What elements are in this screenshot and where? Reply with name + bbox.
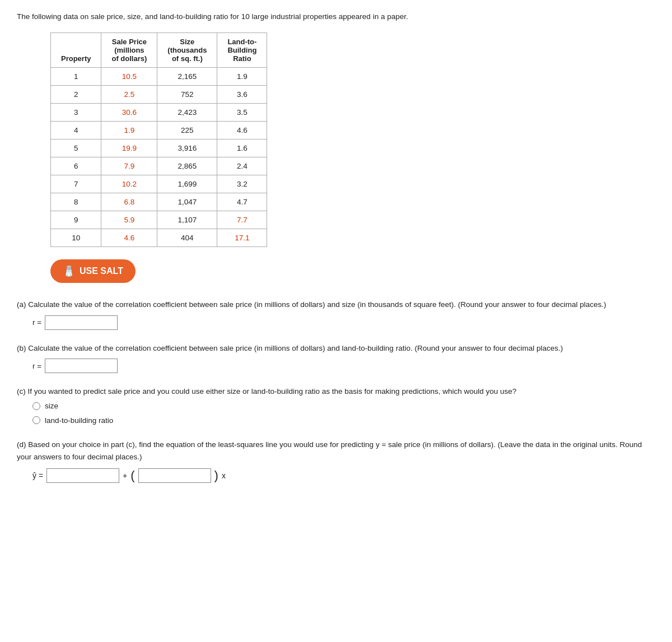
cell-size: 225 — [157, 122, 217, 139]
section-b-label: (b) — [17, 344, 26, 352]
cell-ratio: 3.5 — [217, 104, 267, 122]
section-d-label: (d) — [17, 440, 26, 449]
section-b-text: Calculate the value of the correlation c… — [28, 344, 563, 352]
data-table-wrapper: Property Sale Price(millionsof dollars) … — [50, 32, 655, 247]
open-paren: ( — [130, 469, 134, 482]
radio-ratio[interactable] — [32, 416, 40, 424]
cell-ratio: 4.6 — [217, 122, 267, 139]
r-label-b: r = — [32, 360, 41, 373]
table-row: 22.57523.6 — [51, 86, 267, 104]
section-c-text: If you wanted to predict sale price and … — [28, 387, 517, 396]
section-d: (d) Based on your choice in part (c), fi… — [17, 439, 655, 483]
cell-size: 404 — [157, 229, 217, 247]
cell-sale-price: 5.9 — [101, 211, 157, 229]
cell-property: 8 — [51, 193, 101, 211]
col-header-sale-price: Sale Price(millionsof dollars) — [101, 33, 157, 68]
cell-ratio: 3.6 — [217, 86, 267, 104]
radio-group-c: size land-to-building ratio — [32, 400, 655, 426]
close-paren: ) — [214, 469, 218, 482]
r-label-a: r = — [32, 317, 41, 329]
x-label: x — [222, 469, 226, 482]
cell-ratio: 1.6 — [217, 139, 267, 157]
cell-property: 5 — [51, 139, 101, 157]
radio-row-size: size — [32, 400, 655, 412]
section-a-label: (a) — [17, 300, 26, 309]
table-row: 519.93,9161.6 — [51, 139, 267, 157]
yhat-input-slope[interactable] — [138, 468, 211, 483]
cell-sale-price: 4.6 — [101, 229, 157, 247]
radio-row-ratio: land-to-building ratio — [32, 415, 655, 427]
cell-property: 6 — [51, 157, 101, 175]
cell-sale-price: 2.5 — [101, 86, 157, 104]
table-row: 41.92254.6 — [51, 122, 267, 139]
cell-size: 752 — [157, 86, 217, 104]
use-salt-button[interactable]: 🧂 USE SALT — [50, 259, 136, 283]
r-row-a: r = — [32, 315, 655, 330]
section-a: (a) Calculate the value of the correlati… — [17, 299, 655, 330]
yhat-label: ŷ = — [32, 469, 43, 482]
table-row: 330.62,4233.5 — [51, 104, 267, 122]
col-header-ratio: Land-to-BuildingRatio — [217, 33, 267, 68]
section-a-text: Calculate the value of the correlation c… — [28, 300, 606, 309]
r-input-a[interactable] — [45, 315, 118, 330]
cell-ratio: 1.9 — [217, 68, 267, 86]
cell-size: 1,699 — [157, 175, 217, 193]
section-c-label: (c) — [17, 387, 26, 396]
cell-sale-price: 6.8 — [101, 193, 157, 211]
cell-ratio: 4.7 — [217, 193, 267, 211]
table-row: 104.640417.1 — [51, 229, 267, 247]
cell-size: 1,047 — [157, 193, 217, 211]
table-row: 710.21,6993.2 — [51, 175, 267, 193]
cell-size: 3,916 — [157, 139, 217, 157]
cell-property: 1 — [51, 68, 101, 86]
cell-property: 7 — [51, 175, 101, 193]
salt-icon: 🧂 — [63, 265, 75, 277]
radio-size[interactable] — [32, 402, 40, 410]
cell-size: 2,165 — [157, 68, 217, 86]
col-header-property: Property — [51, 33, 101, 68]
cell-property: 3 — [51, 104, 101, 122]
cell-property: 10 — [51, 229, 101, 247]
table-row: 95.91,1077.7 — [51, 211, 267, 229]
plus-label: + — [123, 469, 127, 482]
section-d-text: Based on your choice in part (c), find t… — [17, 440, 642, 461]
radio-ratio-label: land-to-building ratio — [45, 415, 113, 427]
cell-property: 2 — [51, 86, 101, 104]
cell-size: 2,423 — [157, 104, 217, 122]
intro-text: The following data on sale price, size, … — [17, 11, 655, 22]
cell-sale-price: 10.2 — [101, 175, 157, 193]
cell-sale-price: 10.5 — [101, 68, 157, 86]
cell-ratio: 2.4 — [217, 157, 267, 175]
use-salt-label: USE SALT — [80, 266, 123, 276]
section-c: (c) If you wanted to predict sale price … — [17, 385, 655, 426]
cell-property: 9 — [51, 211, 101, 229]
yhat-input-intercept[interactable] — [46, 468, 119, 483]
col-header-size: Size(thousandsof sq. ft.) — [157, 33, 217, 68]
section-b: (b) Calculate the value of the correlati… — [17, 342, 655, 374]
cell-ratio: 7.7 — [217, 211, 267, 229]
cell-ratio: 17.1 — [217, 229, 267, 247]
data-table: Property Sale Price(millionsof dollars) … — [50, 32, 267, 247]
cell-property: 4 — [51, 122, 101, 139]
radio-size-label: size — [45, 400, 58, 412]
table-row: 86.81,0474.7 — [51, 193, 267, 211]
table-row: 67.92,8652.4 — [51, 157, 267, 175]
r-row-b: r = — [32, 359, 655, 373]
r-input-b[interactable] — [45, 359, 118, 373]
table-row: 110.52,1651.9 — [51, 68, 267, 86]
cell-size: 1,107 — [157, 211, 217, 229]
cell-sale-price: 30.6 — [101, 104, 157, 122]
cell-ratio: 3.2 — [217, 175, 267, 193]
cell-size: 2,865 — [157, 157, 217, 175]
cell-sale-price: 1.9 — [101, 122, 157, 139]
yhat-row: ŷ = + ( ) x — [32, 468, 655, 483]
cell-sale-price: 7.9 — [101, 157, 157, 175]
cell-sale-price: 19.9 — [101, 139, 157, 157]
